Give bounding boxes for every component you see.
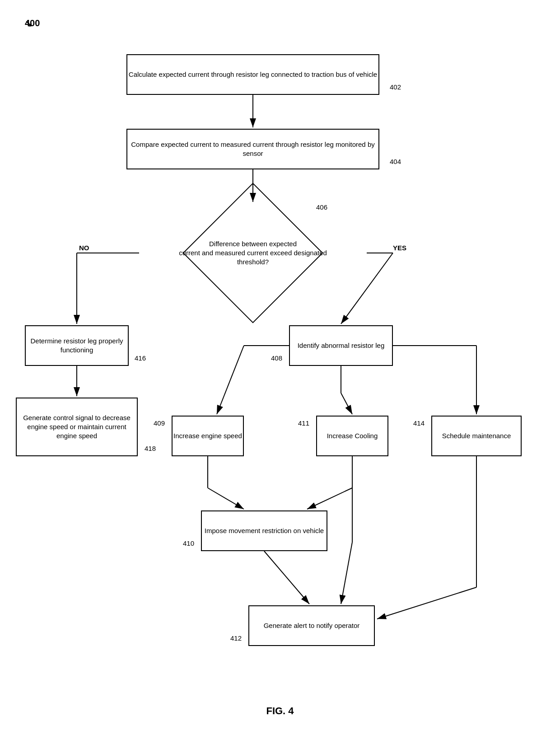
fig-label: FIG. 4 — [266, 705, 294, 717]
step-412: 412 — [230, 634, 242, 643]
box-411: Increase Cooling 411 — [316, 416, 388, 456]
svg-line-20 — [341, 542, 352, 604]
step-414: 414 — [413, 419, 425, 428]
svg-line-15 — [208, 488, 244, 509]
svg-line-11 — [341, 393, 352, 414]
box-409: Increase engine speed 409 — [172, 416, 244, 456]
box-414: Schedule maintenance 414 — [431, 416, 522, 456]
box-408: Identify abnormal resistor leg 408 — [289, 325, 393, 366]
diamond-406: Difference between expectedcurrent and m… — [140, 203, 366, 303]
step-411: 411 — [298, 419, 309, 428]
svg-line-17 — [307, 488, 352, 509]
box-412: Generate alert to notify operator 412 — [248, 605, 375, 646]
svg-line-9 — [217, 346, 244, 414]
label-no: NO — [79, 244, 89, 252]
box-418: Generate control signal to decrease engi… — [16, 398, 138, 456]
step-416: 416 — [135, 354, 146, 363]
box-402: Calculate expected current through resis… — [126, 54, 379, 95]
box-410: Impose movement restriction on vehicle 4… — [201, 510, 327, 551]
svg-line-18 — [264, 551, 309, 604]
diagram-container: 400 ↘ Calculate expected current through… — [0, 0, 560, 735]
step-404: 404 — [390, 157, 401, 166]
svg-line-22 — [377, 587, 476, 619]
step-410: 410 — [183, 539, 194, 548]
step-409: 409 — [154, 419, 165, 428]
step-402: 402 — [390, 83, 401, 92]
step-408: 408 — [271, 354, 282, 363]
box-404: Compare expected current to measured cur… — [126, 129, 379, 169]
box-416: Determine resistor leg properly function… — [25, 325, 129, 366]
label-yes: YES — [393, 244, 406, 252]
diagram-arrow: ↘ — [25, 18, 33, 29]
step-418: 418 — [145, 444, 156, 453]
